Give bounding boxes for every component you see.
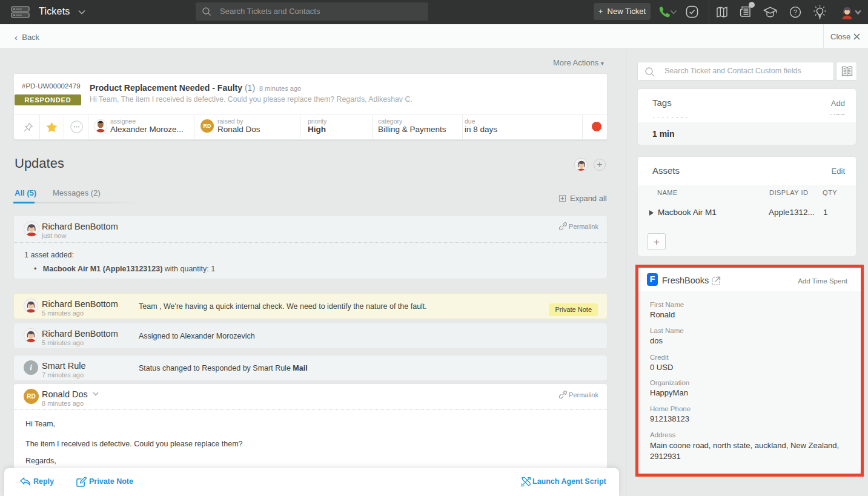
svg-text:?: ? [793, 8, 797, 16]
